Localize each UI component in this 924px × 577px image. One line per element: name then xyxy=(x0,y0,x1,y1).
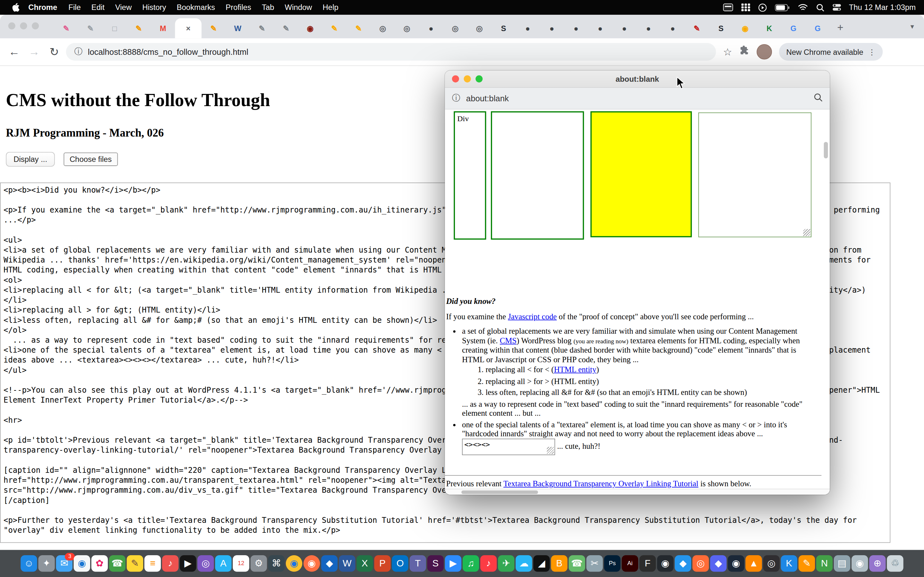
browser-tab[interactable]: ● xyxy=(515,18,540,38)
browser-tab[interactable]: ✎ xyxy=(78,18,102,38)
dock-icon-facetime[interactable]: ☎ xyxy=(569,555,585,572)
menubar-clock[interactable]: Thu 12 Mar 1:03pm xyxy=(849,3,916,12)
browser-tab[interactable]: □ xyxy=(103,18,127,38)
choose-files-button[interactable]: Choose files xyxy=(64,153,118,166)
dock-icon-discord[interactable]: ◆ xyxy=(710,555,726,572)
dock-icon-music[interactable]: ♪ xyxy=(162,555,178,572)
popup-titlebar[interactable]: about:blank xyxy=(445,71,830,87)
menu-profiles[interactable]: Profiles xyxy=(226,3,251,12)
dock-icon-settings[interactable]: ⚙ xyxy=(250,555,267,572)
dock-icon-postman[interactable]: ◎ xyxy=(692,555,709,572)
menu-history[interactable]: History xyxy=(142,3,166,12)
resize-grip-icon[interactable] xyxy=(803,229,810,236)
html-entity-link[interactable]: HTML entity xyxy=(554,365,596,374)
dock-icon-keynote[interactable]: K xyxy=(781,555,797,572)
dock-icon-powerpoint[interactable]: P xyxy=(374,555,391,572)
dock-icon-tv[interactable]: ▶ xyxy=(180,555,196,572)
dock-icon-spotify[interactable]: ♫ xyxy=(463,555,479,572)
close-window-button[interactable] xyxy=(452,75,459,82)
browser-tab[interactable]: K xyxy=(757,18,781,38)
dock-icon-itunes[interactable]: ♪ xyxy=(480,555,497,572)
browser-tab[interactable]: ✎ xyxy=(685,18,709,38)
battery-icon[interactable] xyxy=(774,4,789,11)
dock-icon-slack[interactable]: S xyxy=(427,555,444,572)
menu-edit[interactable]: Edit xyxy=(91,3,105,12)
dock-icon-photoshop[interactable]: Ps xyxy=(604,555,620,572)
browser-tab[interactable]: ◉ xyxy=(298,18,322,38)
menu-help[interactable]: Help xyxy=(323,3,338,12)
browser-tab[interactable]: ● xyxy=(564,18,588,38)
dock-icon-messages[interactable]: ☎ xyxy=(109,555,126,572)
cms-link[interactable]: CMS xyxy=(500,336,517,345)
zoom-window-button[interactable] xyxy=(475,75,483,82)
dock-icon-calendar[interactable]: 12 xyxy=(233,555,249,572)
kebab-menu-icon[interactable]: ⋮ xyxy=(868,47,876,56)
dock-icon-weather[interactable]: ☁ xyxy=(515,555,532,572)
close-tab-icon[interactable]: × xyxy=(186,24,191,32)
dock-icon-excel[interactable]: X xyxy=(357,555,373,572)
zoom-search-icon[interactable] xyxy=(814,93,823,103)
dock-icon-photos[interactable]: ✿ xyxy=(91,555,108,572)
dock-icon-app-store[interactable]: A xyxy=(215,555,231,572)
browser-tab[interactable]: W xyxy=(226,18,250,38)
popup-url-text[interactable]: about:blank xyxy=(466,93,509,103)
browser-tab[interactable]: ◉ xyxy=(733,18,757,38)
dock-icon-figma[interactable]: F xyxy=(640,555,656,572)
close-window-button[interactable] xyxy=(8,23,15,29)
dock-icon-numbers[interactable]: N xyxy=(816,555,833,572)
scrollbar-thumb[interactable] xyxy=(461,490,538,494)
demo-textarea[interactable]: <><><> xyxy=(462,438,555,455)
dock-icon-obs[interactable]: ◎ xyxy=(763,555,780,572)
play-icon[interactable] xyxy=(758,3,766,11)
dock-icon-preview[interactable]: ✂ xyxy=(586,555,603,572)
menu-bookmarks[interactable]: Bookmarks xyxy=(177,3,215,12)
dock-icon-steam[interactable]: ◉ xyxy=(728,555,744,572)
browser-tab[interactable]: ● xyxy=(588,18,612,38)
minimize-window-button[interactable] xyxy=(20,23,27,29)
popup-horizontal-scrollbar[interactable] xyxy=(445,488,830,494)
dock-icon-github[interactable]: ◉ xyxy=(657,555,674,572)
bookmark-star-icon[interactable]: ☆ xyxy=(723,45,732,58)
apple-menu-icon[interactable] xyxy=(8,2,24,12)
browser-tab[interactable]: G xyxy=(806,18,830,38)
menu-file[interactable]: File xyxy=(68,3,81,12)
browser-tab[interactable]: S xyxy=(491,18,515,38)
tab-search-chevron-icon[interactable]: ▾ xyxy=(906,21,918,32)
overlay-textarea[interactable] xyxy=(698,113,812,237)
site-info-icon[interactable]: ⓘ xyxy=(452,93,460,103)
chrome-update-button[interactable]: New Chrome available ⋮ xyxy=(779,43,883,61)
browser-tab[interactable]: ✎ xyxy=(274,18,298,38)
profile-avatar[interactable] xyxy=(757,44,772,60)
dock-icon-finder[interactable]: ☺ xyxy=(21,555,37,572)
dock-icon-notes[interactable]: ✎ xyxy=(127,555,143,572)
dock-icon-vscode[interactable]: ◆ xyxy=(321,555,338,572)
previous-tutorial-link[interactable]: Textarea Background Transparency Overlay… xyxy=(503,479,698,488)
browser-tab[interactable]: ◎ xyxy=(371,18,395,38)
dock-icon-docker[interactable]: ◆ xyxy=(675,555,691,572)
dock-icon-downloads[interactable]: ⊕ xyxy=(869,555,885,572)
new-tab-button[interactable]: + xyxy=(832,19,848,36)
reload-button[interactable]: ↻ xyxy=(46,45,62,59)
dock-icon-launchpad[interactable]: ✦ xyxy=(38,555,55,572)
browser-tab[interactable]: ✎ xyxy=(127,18,151,38)
extensions-puzzle-icon[interactable] xyxy=(739,45,750,58)
dock-icon-chrome[interactable]: ◉ xyxy=(286,555,302,572)
dock-icon-teams[interactable]: T xyxy=(410,555,426,572)
browser-tab[interactable]: ✎ xyxy=(54,18,78,38)
browser-tab[interactable]: ● xyxy=(661,18,685,38)
dock-icon-safari[interactable]: ◉ xyxy=(74,555,90,572)
popup-vertical-scrollbar[interactable] xyxy=(824,142,828,158)
browser-tab[interactable]: ● xyxy=(612,18,636,38)
search-icon[interactable] xyxy=(816,3,824,11)
menu-window[interactable]: Window xyxy=(285,3,312,12)
browser-tab[interactable]: ✎ xyxy=(322,18,347,38)
active-tab[interactable]: × xyxy=(175,18,202,38)
browser-tab[interactable]: S xyxy=(709,18,733,38)
dock-icon-podcasts[interactable]: ◎ xyxy=(197,555,214,572)
dock-icon-outlook[interactable]: O xyxy=(392,555,408,572)
dock-icon-reminders[interactable]: ≡ xyxy=(144,555,161,572)
dock-icon-trash[interactable]: ♲ xyxy=(887,555,903,572)
browser-tab[interactable]: ◎ xyxy=(395,18,419,38)
browser-tab[interactable]: ◎ xyxy=(443,18,467,38)
address-bar[interactable]: ⓘ localhost:8888/cms_no_follow_through.h… xyxy=(66,43,716,61)
